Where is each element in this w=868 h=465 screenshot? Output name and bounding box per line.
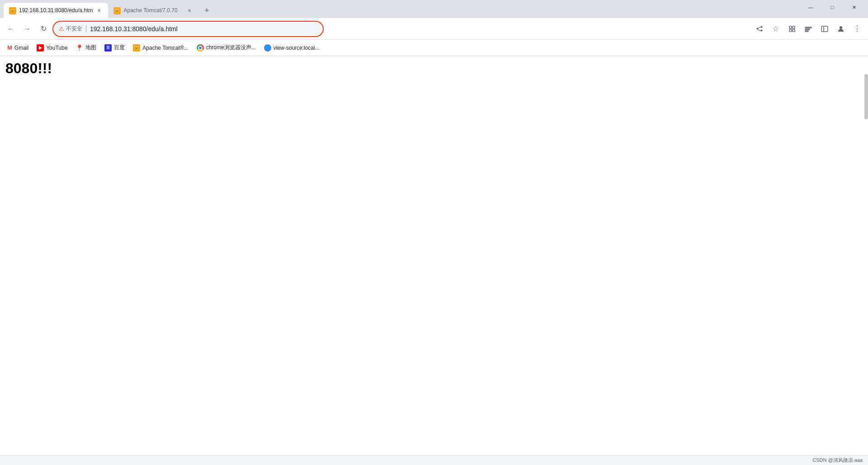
tab-favicon-active: 🐱 [9,7,16,14]
youtube-play-icon [39,46,42,50]
menu-button[interactable]: ⋮ [850,22,864,36]
security-icon: ⚠ 不安全 [59,25,82,33]
tab-close-inactive[interactable]: ✕ [186,7,193,14]
tomcat-favicon-icon2: 🐱 [113,7,121,14]
security-label: 不安全 [66,25,82,33]
forward-button[interactable]: → [20,22,34,36]
maximize-button[interactable]: □ [822,0,843,14]
tomcat-bookmark-icon: 🐱 [133,44,140,52]
bookmark-baidu[interactable]: 百 百度 [101,42,128,53]
nav-right-icons: ☆ ⋮ [752,22,864,36]
minimize-button[interactable]: — [800,0,821,14]
bookmark-label-chrome: chrome浏览器没声... [206,44,256,52]
back-button[interactable]: ← [4,22,18,36]
world-bookmark-icon: 🌐 [264,44,271,52]
svg-rect-5 [805,29,810,30]
profile-button[interactable] [834,22,848,36]
bookmark-star-button[interactable]: ☆ [769,22,783,36]
bookmark-label-gmail: Gmail [14,45,28,51]
address-bar[interactable]: ⚠ 不安全 192.168.10.31:8080/edu/a.html [52,21,324,37]
window-controls: — □ ✕ [800,0,864,16]
bookmark-maps[interactable]: 📍 地图 [72,42,100,53]
bookmark-label-youtube: YouTube [46,45,67,51]
tab-inactive[interactable]: 🐱 Apache Tomcat/7.0.70 ✕ [108,3,198,18]
bookmark-label-maps: 地图 [85,44,96,52]
status-bar: CSDN @清风微凉 aaa [0,455,868,465]
tomcat-favicon-icon: 🐱 [9,7,16,14]
tab-active[interactable]: 🐱 192.168.10.31:8080/edu/a.htm ✕ [4,3,108,18]
youtube-icon [37,44,44,52]
sidebar-button[interactable] [817,22,832,36]
chrome-bookmark-icon [197,44,204,52]
bookmark-label-baidu: 百度 [114,44,125,52]
svg-rect-7 [821,26,828,32]
tab-active-title: 192.168.10.31:8080/edu/a.htm [19,7,93,14]
scrollbar[interactable] [864,74,868,119]
browser-window: 🐱 192.168.10.31:8080/edu/a.htm ✕ 🐱 Apach… [0,0,868,465]
address-text: 192.168.10.31:8080/edu/a.html [90,25,317,33]
maps-icon: 📍 [75,44,83,52]
svg-rect-6 [805,31,808,32]
tab-favicon-inactive: 🐱 [113,7,121,14]
svg-rect-1 [793,26,795,28]
new-tab-button[interactable]: + [200,4,213,17]
bookmark-view-source[interactable]: 🌐 view-source:local... [260,42,323,53]
page-heading: 8080!!! [5,60,863,77]
reload-button[interactable]: ↻ [36,22,51,36]
nav-bar: ← → ↻ ⚠ 不安全 192.168.10.31:8080/edu/a.htm… [0,18,868,40]
bookmark-tomcat[interactable]: 🐱 Apache Tomcat®... [129,42,192,53]
status-text: CSDN @清风微凉 aaa [812,457,863,464]
extensions-button[interactable] [785,22,799,36]
share-button[interactable] [752,22,767,36]
svg-rect-3 [793,29,795,32]
baidu-icon: 百 [104,44,112,52]
tab-search-button[interactable] [801,22,816,36]
tab-close-active[interactable]: ✕ [95,7,103,14]
bookmark-chrome-sound[interactable]: chrome浏览器没声... [193,42,259,53]
page-content: 8080!!! [0,56,868,455]
gmail-icon: M [7,44,12,51]
svg-point-9 [840,26,842,29]
svg-rect-2 [789,29,792,32]
tab-inactive-title: Apache Tomcat/7.0.70 [123,7,183,14]
address-divider [86,25,86,33]
bookmark-youtube[interactable]: YouTube [33,42,71,53]
close-button[interactable]: ✕ [844,0,864,14]
bookmark-label-view-source: view-source:local... [274,45,320,51]
bookmark-gmail[interactable]: M Gmail [4,42,32,53]
tab-bar: 🐱 192.168.10.31:8080/edu/a.htm ✕ 🐱 Apach… [0,0,868,18]
warning-icon: ⚠ [59,25,64,32]
bookmark-label-tomcat: Apache Tomcat®... [142,45,188,51]
bookmarks-bar: M Gmail YouTube 📍 地图 百 百度 🐱 Apache Tomca… [0,40,868,56]
svg-rect-4 [805,27,811,28]
tab-right-controls: — □ ✕ [800,0,864,18]
svg-rect-0 [789,26,792,28]
